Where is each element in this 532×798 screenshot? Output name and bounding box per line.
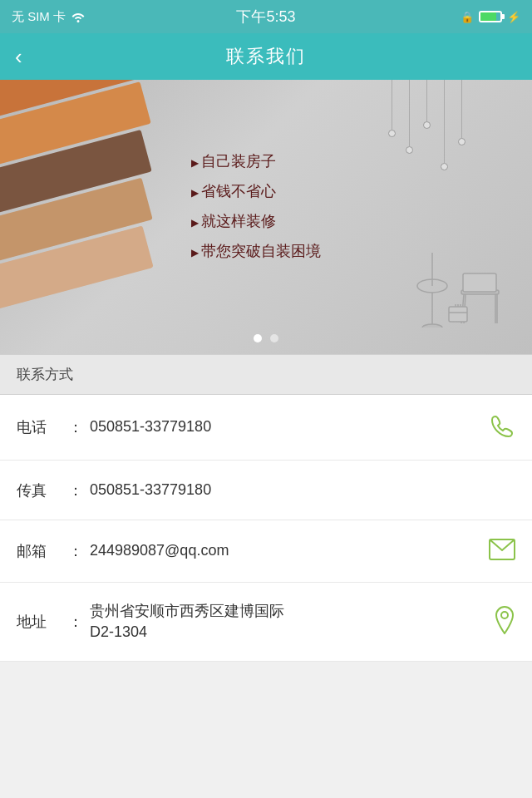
lock-icon: 🔒 <box>461 11 474 23</box>
status-right: 🔒 ⚡ <box>461 11 520 23</box>
contact-row-phone: 电话 ： 050851-33779180 <box>0 395 532 461</box>
phone-label: 电话 <box>17 417 68 437</box>
svg-point-3 <box>422 324 442 328</box>
address-colon: ： <box>68 612 83 632</box>
email-colon: ： <box>68 541 83 561</box>
fax-value: 050851-33779180 <box>90 480 515 500</box>
banner-background: 自己装房子 省钱不省心 就这样装修 带您突破自装困境 <box>0 80 532 354</box>
battery-indicator <box>479 11 502 22</box>
svg-rect-10 <box>449 307 467 322</box>
section-header: 联系方式 <box>0 354 532 395</box>
phone-colon: ： <box>68 417 83 437</box>
address-label: 地址 <box>17 612 68 632</box>
location-icon <box>494 606 515 638</box>
email-icon <box>489 539 515 564</box>
fax-colon: ： <box>68 480 83 500</box>
no-sim-label: 无 SIM 卡 <box>12 9 66 25</box>
contact-row-email: 邮箱 ： 244989087@qq.com <box>0 520 532 583</box>
dot-1[interactable] <box>254 334 262 342</box>
page-title: 联系我们 <box>226 44 306 69</box>
battery-fill <box>480 12 496 21</box>
banner-text: 自己装房子 省钱不省心 就这样装修 带您突破自装困境 <box>191 146 321 266</box>
contact-list: 电话 ： 050851-33779180 传真 ： 050851-3377918… <box>0 395 532 662</box>
chair-illustration <box>416 253 507 331</box>
email-value: 244989087@qq.com <box>90 540 489 561</box>
svg-rect-5 <box>463 273 496 292</box>
status-time: 下午5:53 <box>236 7 295 27</box>
fax-label: 传真 <box>17 480 68 500</box>
dot-2[interactable] <box>270 334 278 342</box>
back-button[interactable]: ‹ <box>15 46 22 67</box>
section-title: 联系方式 <box>17 367 73 382</box>
contact-row-address: 地址 ： 贵州省安顺市西秀区建博国际 D2-1304 <box>0 583 532 662</box>
phone-value: 050851-33779180 <box>90 416 490 437</box>
banner-line-1: 自己装房子 <box>191 146 321 176</box>
status-left: 无 SIM 卡 <box>12 9 86 25</box>
banner-line-3: 就这样装修 <box>191 206 321 236</box>
status-bar: 无 SIM 卡 下午5:53 🔒 ⚡ <box>0 0 532 33</box>
hanging-lights <box>388 80 466 170</box>
address-value: 贵州省安顺市西秀区建博国际 D2-1304 <box>90 601 494 643</box>
banner: 自己装房子 省钱不省心 就这样装修 带您突破自装困境 <box>0 80 532 354</box>
contact-row-fax: 传真 ： 050851-33779180 <box>0 461 532 520</box>
banner-dots[interactable] <box>254 334 278 342</box>
charging-icon: ⚡ <box>507 11 520 23</box>
nav-bar: ‹ 联系我们 <box>0 33 532 80</box>
email-label: 邮箱 <box>17 541 68 561</box>
banner-line-2: 省钱不省心 <box>191 176 321 206</box>
banner-line-4: 带您突破自装困境 <box>191 236 321 266</box>
phone-icon <box>490 413 515 441</box>
svg-point-16 <box>501 612 508 618</box>
wifi-icon <box>71 11 86 22</box>
